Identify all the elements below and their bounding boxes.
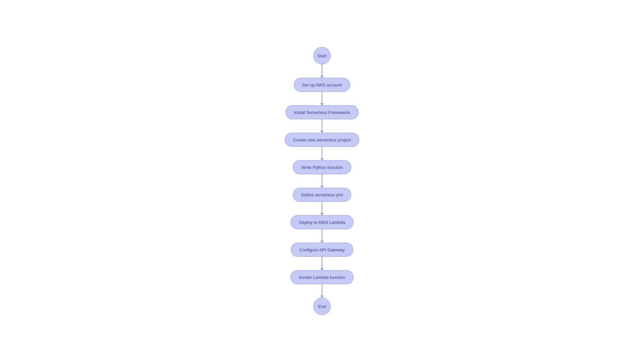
connector-6	[322, 229, 322, 243]
flowchart: StartSet up AWS accountInstall Serverles…	[285, 47, 359, 315]
connector-5	[322, 202, 322, 215]
node-write-python: Write Python function	[293, 160, 351, 174]
node-start: Start	[313, 47, 331, 64]
node-setup-aws: Set up AWS account	[294, 78, 351, 92]
node-invoke-lambda: Invoke Lambda function	[290, 270, 354, 284]
node-wrapper-start: Start	[313, 47, 331, 78]
connector-8	[322, 284, 322, 298]
node-wrapper-write-python: Write Python function	[293, 160, 351, 188]
node-create-project: Create new serverless project	[285, 133, 359, 147]
node-wrapper-install-serverless: Install Serverless Framework	[285, 105, 359, 133]
connector-4	[322, 174, 322, 188]
node-configure-api: Configure API Gateway	[291, 243, 353, 257]
connector-7	[322, 257, 322, 270]
node-wrapper-deploy-lambda: Deploy to AWS Lambda	[290, 215, 354, 243]
connector-3	[322, 147, 322, 160]
node-wrapper-create-project: Create new serverless project	[285, 133, 359, 160]
node-define-yaml: Define serverless.yml	[293, 188, 351, 202]
connector-2	[322, 119, 322, 133]
node-wrapper-define-yaml: Define serverless.yml	[293, 188, 351, 215]
connector-1	[322, 92, 322, 105]
node-wrapper-end: End	[313, 298, 331, 315]
node-end: End	[313, 298, 331, 315]
node-wrapper-setup-aws: Set up AWS account	[294, 78, 351, 105]
node-wrapper-configure-api: Configure API Gateway	[291, 243, 353, 270]
connector-0	[322, 64, 322, 78]
node-wrapper-invoke-lambda: Invoke Lambda function	[290, 270, 354, 298]
node-install-serverless: Install Serverless Framework	[285, 105, 359, 119]
node-deploy-lambda: Deploy to AWS Lambda	[290, 215, 354, 229]
